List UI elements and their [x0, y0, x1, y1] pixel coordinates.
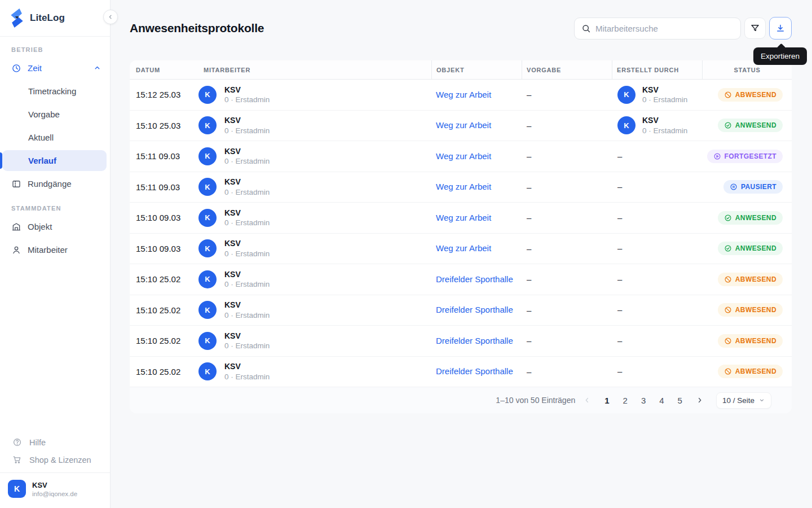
table-row: 15:10 09.03 K KSV 0 · Erstadmin Weg zur …: [130, 234, 792, 265]
avatar: K: [198, 332, 217, 350]
object-link[interactable]: Weg zur Arbeit: [436, 120, 491, 130]
object-link[interactable]: Dreifelder Sporthalle: [436, 336, 513, 345]
object-link[interactable]: Weg zur Arbeit: [436, 151, 491, 161]
column-header-erstellt-durch: ERSTELLT DURCH: [612, 60, 702, 79]
avatar: K: [198, 147, 217, 165]
employee-cell: K KSV 0 · Erstadmin: [197, 300, 431, 320]
sidebar-item-zeit[interactable]: Zeit: [0, 56, 110, 80]
brand-block: LiteLog: [0, 0, 110, 37]
status-badge: PAUSIERT: [723, 180, 783, 194]
status-badge: ANWESEND: [718, 211, 783, 225]
employee-name: KSV: [224, 177, 270, 187]
created-by-empty: –: [617, 243, 622, 253]
table-body: 15:12 25.03 K KSV 0 · Erstadmin Weg zur …: [130, 80, 792, 387]
employee-name: KSV: [224, 208, 270, 218]
page-size-value: 10 / Seite: [722, 396, 754, 405]
employee-name: KSV: [224, 361, 270, 371]
sidebar-item-label: Zeit: [28, 63, 42, 73]
employee-name: KSV: [224, 331, 270, 341]
sidebar-item-mitarbeiter[interactable]: Mitarbeiter: [0, 238, 110, 261]
object-link[interactable]: Dreifelder Sporthalle: [436, 305, 513, 314]
filter-button[interactable]: [744, 17, 766, 39]
app-root: LiteLog BETRIEB Zeit Timetracking Vorgab…: [0, 0, 812, 508]
attendance-table: DATUM MITARBEITER OBJEKT VORGABE ERSTELL…: [130, 60, 792, 413]
prev-page-button[interactable]: [583, 396, 591, 404]
toolbar: [574, 17, 792, 40]
row-datetime: 15:11 09.03: [130, 151, 197, 161]
status-badge: ABWESEND: [718, 88, 783, 102]
page-button-3[interactable]: 3: [641, 396, 646, 405]
sidebar-item-label: Timetracking: [28, 86, 76, 96]
creator-name: KSV: [642, 85, 687, 95]
table-row: 15:11 09.03 K KSV 0 · Erstadmin Weg zur …: [130, 172, 792, 203]
object-link[interactable]: Dreifelder Sporthalle: [436, 274, 513, 284]
clock-icon: [11, 63, 21, 73]
table-row: 15:12 25.03 K KSV 0 · Erstadmin Weg zur …: [130, 80, 792, 111]
avatar: K: [8, 480, 26, 498]
employee-cell: K KSV 0 · Erstadmin: [197, 208, 431, 228]
sidebar-item-verlauf[interactable]: Verlauf: [2, 150, 107, 171]
status-label: ABWESEND: [735, 91, 776, 99]
employee-meta: 0 · Erstadmin: [224, 249, 270, 259]
sidebar-item-rundgaenge[interactable]: Rundgänge: [0, 172, 110, 195]
employee-meta: 0 · Erstadmin: [224, 126, 270, 136]
created-by-cell: –: [612, 305, 702, 315]
check-circle-icon: [724, 214, 732, 222]
status-label: ABWESEND: [735, 367, 776, 375]
vorgabe-value: –: [522, 213, 612, 222]
object-link[interactable]: Dreifelder Sporthalle: [436, 366, 513, 376]
ban-circle-icon: [724, 306, 732, 314]
sidebar-item-timetracking[interactable]: Timetracking: [0, 80, 110, 103]
creator: K KSV 0 · Erstadmin: [617, 85, 702, 105]
created-by-cell: –: [612, 243, 702, 253]
avatar: K: [198, 362, 217, 380]
column-header-objekt: OBJEKT: [431, 60, 522, 79]
sidebar-item-shop[interactable]: Shop & Lizenzen: [0, 451, 110, 468]
employee-meta: 0 · Erstadmin: [224, 372, 270, 382]
search-input[interactable]: [595, 24, 734, 33]
vorgabe-value: –: [522, 244, 612, 253]
object-link[interactable]: Weg zur Arbeit: [436, 213, 491, 222]
created-by-empty: –: [617, 336, 622, 345]
object-link[interactable]: Weg zur Arbeit: [436, 182, 491, 191]
row-datetime: 15:10 25.02: [130, 336, 197, 345]
page-button-5[interactable]: 5: [678, 396, 682, 405]
avatar: K: [198, 239, 217, 257]
table-row: 15:10 25.02 K KSV 0 · Erstadmin Dreifeld…: [130, 326, 792, 357]
page-button-2[interactable]: 2: [623, 396, 628, 405]
status-badge: ABWESEND: [718, 273, 783, 286]
table-row: 15:10 25.03 K KSV 0 · Erstadmin Weg zur …: [130, 111, 792, 142]
page-button-1[interactable]: 1: [604, 396, 609, 405]
employee-cell: K KSV 0 · Erstadmin: [197, 85, 431, 105]
sidebar-item-hilfe[interactable]: Hilfe: [0, 433, 110, 451]
avatar: K: [198, 178, 217, 196]
page-size-select[interactable]: 10 / Seite: [716, 392, 771, 409]
next-page-button[interactable]: [696, 396, 704, 404]
status-label: ABWESEND: [735, 306, 776, 314]
row-datetime: 15:11 09.03: [130, 182, 197, 192]
object-link[interactable]: Weg zur Arbeit: [436, 243, 491, 253]
help-circle-icon: [12, 437, 22, 447]
user-profile[interactable]: K KSV info@iqonex.de: [0, 473, 110, 500]
sidebar-item-vorgabe[interactable]: Vorgabe: [0, 103, 110, 126]
object-link[interactable]: Weg zur Arbeit: [436, 90, 491, 99]
creator-meta: 0 · Erstadmin: [642, 95, 687, 105]
check-circle-icon: [724, 244, 732, 252]
employee-name: KSV: [224, 238, 270, 248]
export-button[interactable]: [769, 17, 792, 40]
page-button-4[interactable]: 4: [659, 396, 664, 405]
employee-name: KSV: [224, 85, 270, 95]
person-icon: [11, 245, 21, 255]
employee-cell: K KSV 0 · Erstadmin: [197, 269, 431, 290]
employee-cell: K KSV 0 · Erstadmin: [197, 238, 431, 259]
cart-icon: [12, 455, 22, 465]
sidebar-item-aktuell[interactable]: Aktuell: [0, 126, 110, 149]
ban-circle-icon: [724, 367, 732, 375]
sidebar-collapse-button[interactable]: [103, 10, 118, 24]
page-title: Anwesenheitsprotokolle: [130, 21, 264, 35]
created-by-empty: –: [617, 151, 622, 161]
created-by-empty: –: [617, 366, 622, 376]
avatar: K: [617, 86, 636, 104]
sidebar-item-objekt[interactable]: Objekt: [0, 215, 110, 238]
created-by-cell: –: [612, 182, 702, 192]
